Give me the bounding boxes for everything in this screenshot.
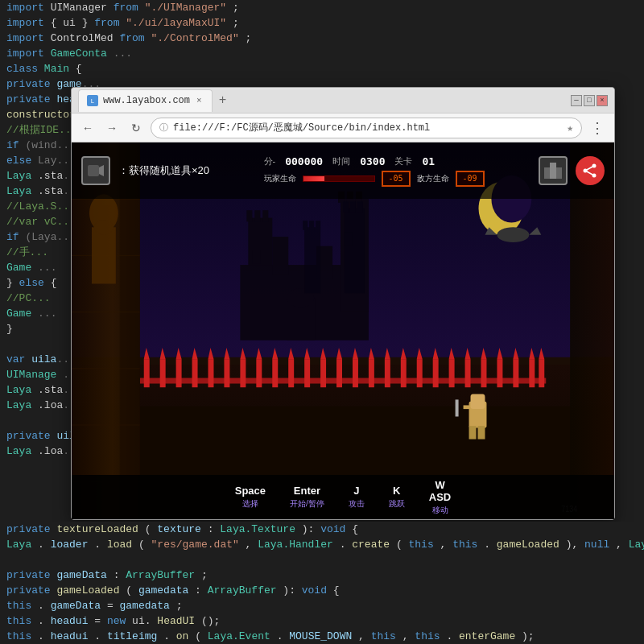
k-key-desc: 跳跃 — [389, 498, 405, 510]
new-tab-button[interactable]: + — [216, 93, 230, 108]
svg-line-9 — [585, 171, 594, 175]
code-line-3: import ControlMed from "./ControlMed" ; — [0, 31, 644, 46]
svg-rect-77 — [417, 359, 423, 387]
space-key-desc: 选择 — [242, 498, 258, 510]
forward-button[interactable]: → — [102, 118, 122, 138]
maximize-button[interactable]: □ — [584, 95, 595, 106]
hp-fill — [303, 176, 324, 181]
svg-rect-15 — [254, 210, 260, 221]
enter-key-desc: 开始/暂停 — [290, 498, 324, 510]
svg-rect-16 — [262, 210, 268, 221]
svg-rect-14 — [246, 210, 252, 221]
svg-rect-63 — [304, 359, 310, 387]
minimize-button[interactable]: — — [571, 95, 582, 106]
svg-rect-75 — [401, 359, 407, 387]
svg-rect-89 — [513, 359, 518, 387]
hp-bar — [303, 175, 375, 182]
svg-rect-81 — [449, 359, 455, 387]
url-text: file:///F:/FC源码/恶魔城/Source/bin/index.htm… — [173, 121, 562, 134]
svg-rect-91 — [529, 359, 535, 387]
tab-favicon: L — [87, 95, 98, 106]
control-enter: Enter 开始/暂停 — [290, 485, 324, 510]
code-line-bottom-4: private gameData : ArrayBuffer ; — [0, 568, 644, 583]
hud-right — [539, 156, 605, 185]
score-label: 分- — [264, 155, 276, 167]
time-value: 0300 — [360, 155, 385, 167]
hud-score-row: 分- 000000 时间 0300 关卡 01 — [264, 155, 436, 167]
browser-menu-button[interactable]: ⋮ — [587, 119, 608, 137]
svg-rect-35 — [357, 202, 363, 213]
svg-rect-34 — [350, 202, 356, 213]
score-value: 000000 — [285, 155, 323, 167]
svg-rect-43 — [144, 359, 150, 387]
code-line-bottom-1: private textureLoaded ( texture : Laya.T… — [0, 522, 644, 537]
browser-tab[interactable]: L www.layabox.com × — [78, 89, 213, 112]
control-wasd: W ASD 移动 — [429, 479, 451, 516]
hud-reward-text: ：获得随机道具×20 — [118, 163, 209, 178]
svg-rect-29 — [303, 221, 308, 230]
svg-rect-67 — [336, 359, 342, 387]
tab-label: www.layabox.com — [103, 95, 190, 106]
control-j: J 攻击 — [349, 485, 365, 510]
refresh-button[interactable]: ↻ — [126, 118, 146, 138]
svg-rect-73 — [385, 359, 390, 387]
code-line-4: import GameConta ... — [0, 46, 644, 61]
hud-center: 分- 000000 时间 0300 关卡 01 玩家生命 — [264, 155, 485, 187]
svg-rect-22 — [272, 237, 288, 275]
code-line-bottom-2: Laya . loader . load ( "res/game.dat" , … — [0, 537, 644, 552]
svg-rect-55 — [240, 359, 246, 387]
url-bar[interactable]: ⓘ file:///F:/FC源码/恶魔城/Source/bin/index.h… — [151, 118, 582, 138]
svg-rect-96 — [471, 394, 485, 409]
code-line-bottom-6: this . gameData = gamedata ; — [0, 598, 644, 613]
hud-left: ：获得随机道具×20 — [81, 156, 209, 185]
wasd-key-desc: 移动 — [432, 505, 448, 516]
svg-rect-65 — [320, 359, 326, 387]
wasd-key-label: W ASD — [429, 479, 451, 503]
browser-navbar: ← → ↻ ⓘ file:///F:/FC源码/恶魔城/Source/bin/i… — [72, 114, 614, 142]
svg-rect-112 — [570, 142, 614, 519]
j-key-desc: 攻击 — [349, 498, 365, 510]
svg-rect-71 — [369, 359, 374, 387]
svg-rect-57 — [256, 359, 262, 387]
code-line-bottom-7: this . headui = new ui. HeadUI (); — [0, 613, 644, 629]
buildings-icon — [539, 156, 568, 185]
close-button[interactable]: × — [597, 95, 608, 106]
browser-window: L www.layabox.com × + — □ × ← → ↻ ⓘ file… — [71, 87, 615, 520]
enemy-hp-label: 敌方生命 — [417, 173, 449, 184]
control-k: K 跳跃 — [389, 485, 405, 510]
svg-rect-33 — [343, 202, 349, 213]
code-line-2: import { ui } from "./ui/layaMaxUI" ; — [0, 15, 644, 31]
svg-rect-53 — [224, 359, 229, 387]
back-button[interactable]: ← — [78, 118, 97, 138]
svg-marker-1 — [99, 165, 104, 176]
svg-rect-110 — [92, 227, 116, 283]
bookmark-icon[interactable]: ★ — [567, 122, 573, 134]
svg-rect-3 — [555, 167, 562, 179]
svg-point-36 — [497, 227, 529, 242]
svg-rect-61 — [288, 359, 294, 387]
window-buttons: — □ × — [571, 95, 608, 106]
enemy-hp-value: -09 — [463, 174, 477, 183]
svg-rect-28 — [304, 227, 320, 293]
code-line-5: class Main { — [0, 61, 644, 76]
svg-rect-98 — [478, 426, 485, 439]
code-line-1: import UIManager from "./UIManager" ; — [0, 0, 644, 15]
score-box-value: -05 — [389, 174, 403, 183]
code-line-bottom-3 — [0, 552, 644, 568]
control-space: Space 选择 — [235, 485, 266, 510]
j-key-label: J — [353, 485, 359, 497]
hud-hp-row: 玩家生命 -05 敌方生命 -09 — [264, 171, 485, 187]
time-label: 时间 — [332, 155, 350, 167]
tab-close-button[interactable]: × — [195, 95, 204, 106]
svg-rect-100 — [456, 399, 459, 416]
svg-rect-59 — [272, 359, 278, 387]
svg-rect-2 — [544, 167, 551, 179]
game-container: ：获得随机道具×20 分- 000000 时间 0300 关卡 01 — [72, 142, 614, 519]
svg-rect-32 — [345, 208, 365, 293]
svg-rect-93 — [539, 359, 544, 387]
score-box: -05 — [382, 171, 411, 187]
svg-rect-47 — [176, 359, 182, 387]
svg-rect-83 — [465, 359, 471, 387]
svg-rect-87 — [497, 359, 502, 387]
code-line-bottom-5: private gameLoaded ( gamedata : ArrayBuf… — [0, 583, 644, 598]
